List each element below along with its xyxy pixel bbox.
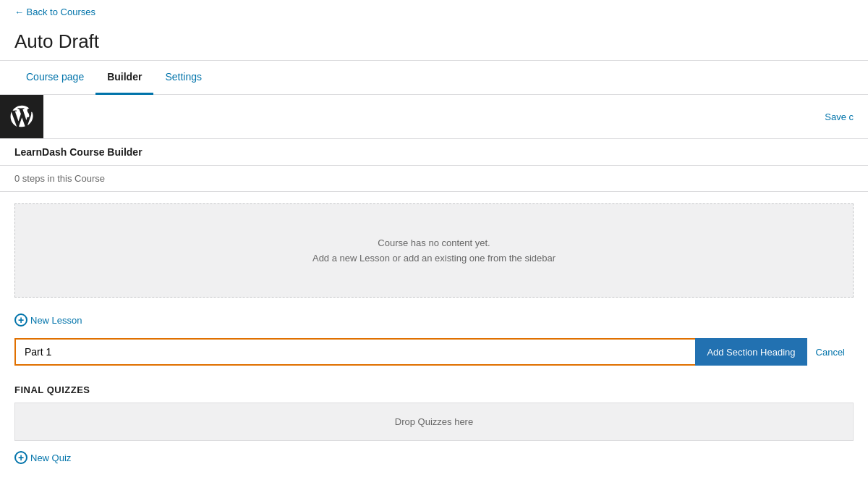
steps-count: 0 steps in this Course — [0, 166, 868, 192]
drop-quizzes-label: Drop Quizzes here — [395, 416, 473, 427]
top-nav: ← Back to Courses — [0, 0, 868, 23]
no-content-sub-message: Add a new Lesson or add an existing one … — [312, 253, 556, 264]
no-content-message: Course has no content yet. — [378, 237, 490, 248]
builder-title: LearnDash Course Builder — [0, 139, 868, 166]
main-area: Save c LearnDash Course Builder 0 steps … — [0, 95, 868, 467]
new-quiz-label: New Quiz — [30, 452, 71, 463]
tab-settings[interactable]: Settings — [153, 61, 213, 95]
final-quizzes-title: FINAL QUIZZES — [14, 384, 854, 395]
back-to-courses-link[interactable]: ← Back to Courses — [14, 7, 95, 17]
builder-header: Save c — [0, 95, 868, 139]
add-lesson-row: + New Lesson — [0, 309, 868, 334]
add-quiz-row: + New Quiz — [14, 448, 854, 467]
final-quizzes-section: FINAL QUIZZES Drop Quizzes here + New Qu… — [0, 373, 868, 467]
empty-content-area: Course has no content yet. Add a new Les… — [14, 203, 854, 298]
drop-quizzes-area: Drop Quizzes here — [14, 403, 854, 441]
plus-icon: + — [14, 451, 27, 464]
cancel-button[interactable]: Cancel — [807, 338, 854, 366]
tab-course-page[interactable]: Course page — [14, 61, 95, 95]
wordpress-icon — [9, 104, 35, 130]
plus-icon: + — [14, 313, 27, 327]
new-lesson-label: New Lesson — [30, 315, 82, 326]
tabs-bar: Course page Builder Settings — [0, 61, 868, 95]
new-lesson-button[interactable]: + New Lesson — [14, 313, 82, 327]
section-heading-row: Add Section Heading Cancel — [0, 334, 868, 373]
section-heading-input[interactable] — [14, 338, 695, 366]
page-title: Auto Draft — [0, 23, 868, 61]
new-quiz-button[interactable]: + New Quiz — [14, 451, 71, 464]
wp-logo — [0, 95, 43, 138]
save-area[interactable]: Save c — [810, 111, 868, 122]
add-section-heading-button[interactable]: Add Section Heading — [695, 338, 807, 366]
tab-builder[interactable]: Builder — [95, 61, 153, 95]
